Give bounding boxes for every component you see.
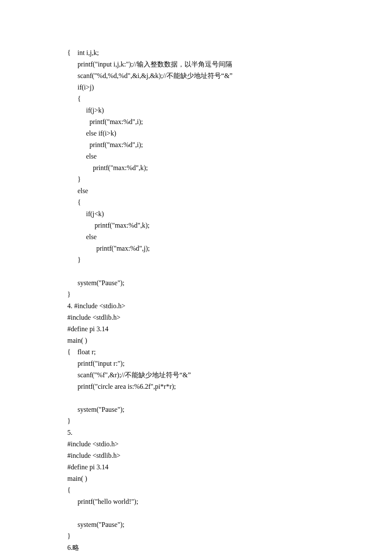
code-line: } [67, 173, 392, 185]
code-line: printf("max:%d",k); [67, 220, 392, 231]
code-line: printf("max:%d",j); [67, 243, 392, 254]
code-line [67, 266, 392, 277]
code-listing: { int i,j,k; printf("input i,j,k:");//输入… [67, 47, 392, 553]
code-line: main( ) [67, 335, 392, 346]
code-line: { float r; [67, 346, 392, 358]
code-line: 6.略 [67, 542, 392, 553]
code-line [67, 392, 392, 404]
code-line: #include <stdlib.h> [67, 312, 392, 323]
code-line: printf("max:%d",i); [67, 139, 392, 150]
code-line: } [67, 530, 392, 542]
code-line: system("Pause"); [67, 277, 392, 289]
code-line: system("Pause"); [67, 404, 392, 415]
code-line: if(j<k) [67, 208, 392, 220]
code-line: 5. [67, 427, 392, 438]
code-line: printf("hello world!"); [67, 496, 392, 507]
code-line: scanf("%d,%d,%d",&i,&j,&k);//不能缺少地址符号“&” [67, 70, 392, 81]
code-line: { [67, 93, 392, 104]
code-line: } [67, 289, 392, 300]
code-line: { int i,j,k; [67, 47, 392, 58]
code-line: printf("circle area is:%6.2f",pi*r*r); [67, 381, 392, 392]
code-line: if(j>k) [67, 104, 392, 116]
code-line: } [67, 254, 392, 266]
code-line: main( ) [67, 473, 392, 484]
code-line: printf("max:%d",i); [67, 116, 392, 127]
code-line: printf("input i,j,k:");//输入整数数据，以半角逗号间隔 [67, 58, 392, 70]
code-line: #define pi 3.14 [67, 323, 392, 335]
code-line: #define pi 3.14 [67, 461, 392, 473]
code-line: else if(i>k) [67, 127, 392, 139]
code-line: { [67, 197, 392, 208]
code-line: printf("max:%d",k); [67, 162, 392, 173]
code-line: scanf("%f",&r);//不能缺少地址符号“&” [67, 369, 392, 381]
code-line: system("Pause"); [67, 519, 392, 530]
code-line: else [67, 231, 392, 243]
document-page: { int i,j,k; printf("input i,j,k:");//输入… [0, 0, 392, 555]
code-line: #include <stdlib.h> [67, 450, 392, 461]
code-line: printf("input r:"); [67, 358, 392, 369]
code-line: #include <stdio.h> [67, 438, 392, 450]
code-line: if(i>j) [67, 81, 392, 93]
code-line [67, 507, 392, 519]
code-line: } [67, 415, 392, 427]
code-line: else [67, 150, 392, 162]
code-line: else [67, 185, 392, 197]
code-line: 4. #include <stdio.h> [67, 300, 392, 312]
code-line: { [67, 484, 392, 496]
